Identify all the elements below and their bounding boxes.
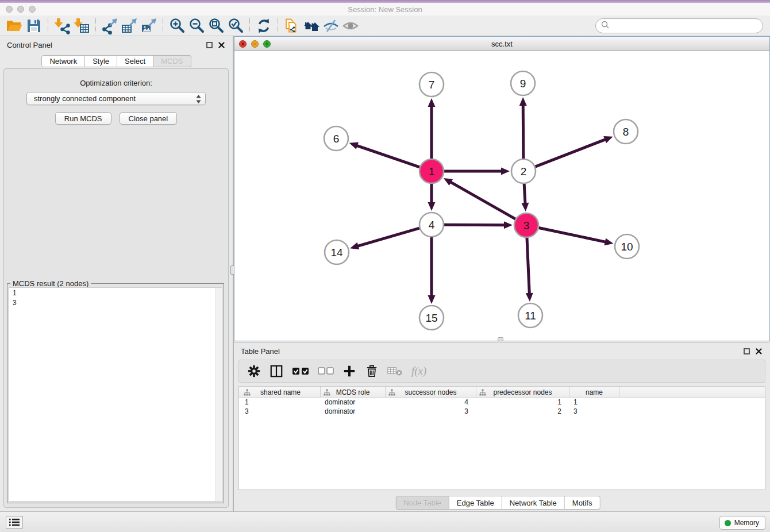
- edge-2-9[interactable]: [519, 97, 527, 159]
- table-row[interactable]: 1dominator411: [239, 398, 765, 407]
- cell-predecessor-nodes[interactable]: 2: [476, 407, 569, 416]
- graph-node-15[interactable]: 15: [419, 306, 444, 330]
- edge-1-6[interactable]: [349, 142, 419, 167]
- export-network-icon[interactable]: [100, 17, 120, 35]
- zoom-window-button[interactable]: [29, 6, 36, 13]
- column-header-name[interactable]: name: [569, 387, 619, 398]
- svg-text:8: 8: [623, 126, 629, 138]
- split-pane-icon[interactable]: [270, 364, 283, 378]
- zoom-selected-icon[interactable]: [226, 17, 245, 35]
- network-window-titlebar[interactable]: × − + scc.txt: [234, 37, 769, 51]
- tab-network-table[interactable]: Network Table: [502, 496, 565, 510]
- graph-node-9[interactable]: 9: [511, 71, 535, 95]
- close-panel-icon[interactable]: [755, 348, 762, 354]
- cell-name[interactable]: 1: [569, 398, 619, 407]
- zoom-out-icon[interactable]: [187, 17, 206, 35]
- graph-node-10[interactable]: 10: [615, 234, 639, 259]
- add-row-icon[interactable]: [342, 364, 356, 378]
- column-header-shared-name[interactable]: shared name: [241, 387, 321, 398]
- delete-row-icon[interactable]: [365, 364, 379, 378]
- graph-node-11[interactable]: 11: [518, 303, 542, 327]
- tab-select[interactable]: Select: [117, 55, 153, 67]
- float-panel-icon[interactable]: [743, 348, 750, 354]
- toolbar-separator: [48, 18, 48, 33]
- select-all-icon[interactable]: [292, 367, 309, 376]
- column-header-MCDS-role[interactable]: MCDS role: [321, 387, 386, 398]
- optimization-criterion-dropdown[interactable]: strongly connected component: [26, 92, 206, 105]
- edge-3-10[interactable]: [539, 228, 614, 246]
- minimize-window-button[interactable]: [17, 6, 24, 13]
- titlebar: Session: New Session: [0, 3, 770, 16]
- edge-1-7[interactable]: [428, 98, 436, 159]
- cell-predecessor-nodes[interactable]: 1: [476, 398, 569, 407]
- refresh-icon[interactable]: [254, 17, 274, 35]
- node-table: shared nameMCDS rolesuccessor nodesprede…: [238, 386, 765, 490]
- import-network-icon[interactable]: [52, 17, 72, 35]
- edge-2-8[interactable]: [536, 136, 613, 167]
- tab-style[interactable]: Style: [85, 55, 117, 67]
- cell-successor-nodes[interactable]: 3: [386, 407, 476, 416]
- graph-node-7[interactable]: 7: [419, 72, 444, 97]
- graph-node-2[interactable]: 2: [511, 159, 536, 183]
- edge-2-3[interactable]: [521, 184, 529, 211]
- graph-node-6[interactable]: 6: [324, 126, 348, 151]
- tab-edge-table[interactable]: Edge Table: [449, 496, 502, 510]
- graph-node-4[interactable]: 4: [419, 213, 444, 237]
- result-scrollbar[interactable]: [215, 288, 222, 501]
- horizontal-splitter-handle[interactable]: [498, 337, 503, 341]
- search-input[interactable]: [612, 20, 763, 32]
- memory-button[interactable]: Memory: [719, 516, 765, 530]
- duplicate-network-icon[interactable]: [282, 17, 302, 35]
- save-icon[interactable]: [24, 17, 44, 35]
- edge-3-1[interactable]: [444, 178, 515, 219]
- edge-1-4[interactable]: [428, 184, 436, 211]
- column-header-successor-nodes[interactable]: successor nodes: [386, 387, 476, 398]
- tab-network[interactable]: Network: [41, 55, 85, 67]
- graph-node-1[interactable]: 1: [419, 159, 444, 183]
- tab-node-table[interactable]: Node Table: [395, 496, 449, 510]
- close-window-button[interactable]: [6, 6, 13, 13]
- mcds-result-textarea[interactable]: 1 3: [9, 287, 222, 502]
- export-image-icon[interactable]: [139, 17, 159, 35]
- import-table-icon[interactable]: [72, 17, 91, 35]
- edge-1-2[interactable]: [444, 168, 510, 175]
- open-folder-icon[interactable]: [5, 17, 24, 35]
- export-table-icon[interactable]: [120, 17, 139, 35]
- zoom-fit-icon[interactable]: [206, 17, 226, 35]
- cell-successor-nodes[interactable]: 4: [386, 398, 476, 407]
- home-icon[interactable]: [302, 17, 321, 35]
- toolbar-separator: [249, 18, 250, 33]
- show-panels-icon[interactable]: [341, 17, 360, 35]
- tab-mcds[interactable]: MCDS: [153, 55, 191, 67]
- network-maximize-button[interactable]: +: [263, 40, 271, 48]
- graph-node-3[interactable]: 3: [514, 213, 538, 237]
- close-panel-icon[interactable]: [218, 41, 225, 48]
- cell-shared-name[interactable]: 3: [241, 407, 321, 416]
- settings-icon[interactable]: [247, 364, 261, 378]
- cell-name[interactable]: 3: [569, 407, 619, 416]
- edge-3-11[interactable]: [526, 238, 533, 302]
- column-header-predecessor-nodes[interactable]: predecessor nodes: [476, 387, 569, 398]
- network-minimize-button[interactable]: −: [251, 40, 259, 48]
- deselect-all-icon[interactable]: [318, 367, 334, 375]
- search-box[interactable]: [595, 18, 763, 33]
- zoom-in-icon[interactable]: [167, 17, 187, 35]
- network-canvas[interactable]: 7968124314101511: [234, 51, 769, 341]
- tab-motifs[interactable]: Motifs: [565, 496, 600, 510]
- close-panel-button[interactable]: Close panel: [120, 112, 178, 125]
- table-panel-tabs: Node TableEdge TableNetwork TableMotifs: [395, 496, 600, 510]
- table-row[interactable]: 3dominator323: [239, 407, 765, 416]
- float-panel-icon[interactable]: [206, 41, 213, 48]
- cell-MCDS-role[interactable]: dominator: [321, 398, 386, 407]
- edge-4-14[interactable]: [350, 228, 419, 249]
- hide-panels-icon[interactable]: [321, 17, 341, 35]
- cell-shared-name[interactable]: 1: [241, 398, 321, 407]
- edge-4-3[interactable]: [444, 221, 513, 229]
- edge-4-15[interactable]: [428, 237, 436, 304]
- cell-MCDS-role[interactable]: dominator: [321, 407, 386, 416]
- graph-node-8[interactable]: 8: [614, 119, 638, 144]
- network-close-button[interactable]: ×: [239, 40, 247, 48]
- run-mcds-button[interactable]: Run MCDS: [55, 112, 111, 125]
- graph-node-14[interactable]: 14: [325, 240, 349, 264]
- show-task-history-button[interactable]: [6, 516, 23, 529]
